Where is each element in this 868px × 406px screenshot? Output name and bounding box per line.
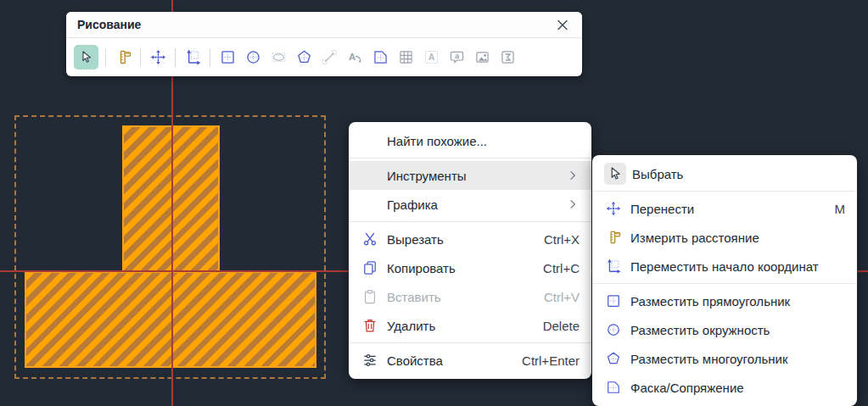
menu-item-find-similar[interactable]: Найти похожие... (349, 126, 591, 155)
toolbar-separator (140, 48, 141, 67)
submenu-item-move-origin[interactable]: Переместить начало координат (592, 252, 857, 281)
context-menu: Найти похожие... Инструменты Графика Выр… (349, 122, 591, 379)
menu-separator (592, 283, 857, 284)
tool-annotation-button (446, 47, 467, 68)
menu-item-label: Копировать (387, 261, 528, 275)
menu-item-shortcut: Delete (543, 319, 580, 333)
menu-item-label: Вырезать (387, 232, 529, 247)
chevron-right-icon (566, 169, 580, 182)
menu-item-copy[interactable]: Копировать Ctrl+C (349, 253, 591, 282)
toolbar-separator (210, 48, 210, 67)
axes-icon (604, 257, 623, 275)
menu-item-shortcut: Ctrl+C (543, 261, 580, 275)
menu-separator (349, 221, 591, 222)
menu-item-label: Фаска/Сопряжение (630, 381, 845, 395)
menu-item-shortcut: Ctrl+X (544, 232, 580, 247)
tool-rotate-text-button (344, 47, 365, 68)
menu-item-label: Найти похожие... (387, 134, 580, 148)
menu-item-label: Переместить начало координат (630, 259, 845, 274)
menu-item-label: Выбрать (632, 167, 845, 181)
menu-separator (592, 191, 857, 192)
tool-formula-button (497, 47, 518, 68)
menu-item-shortcut: Ctrl+V (544, 290, 580, 304)
polygon-icon (604, 349, 623, 368)
toolbar-separator (105, 48, 106, 67)
clipboard-icon (361, 287, 379, 306)
toolbar-titlebar[interactable]: Рисование (66, 12, 582, 38)
toolbar-separator (175, 48, 176, 67)
move-icon (604, 199, 623, 218)
submenu-item-measure-distance[interactable]: Измерить расстояние (592, 223, 857, 252)
tool-text-frame-button (421, 47, 441, 68)
menu-item-label: Вставить (387, 290, 529, 304)
menu-item-label: Графика (387, 197, 566, 212)
menu-item-properties[interactable]: Свойства Ctrl+Enter (349, 346, 591, 375)
copy-icon (361, 259, 379, 277)
trash-icon (361, 316, 379, 335)
tool-place-line-button (319, 47, 339, 68)
menu-item-label: Свойства (387, 353, 507, 368)
menu-item-label: Удалить (387, 319, 528, 333)
chevron-right-icon (566, 197, 580, 211)
tool-measure-distance-button[interactable] (113, 47, 133, 68)
ruler-icon (604, 228, 623, 247)
chamfer-icon (604, 378, 623, 397)
sliders-icon (361, 351, 379, 370)
circle-icon (604, 320, 623, 339)
menu-item-shortcut: M (835, 202, 846, 216)
tool-table-button (395, 47, 416, 68)
hatched-shape-base[interactable] (25, 271, 316, 368)
drawing-toolbar: Рисование (66, 12, 582, 76)
submenu-item-chamfer-fillet[interactable]: Фаска/Сопряжение (592, 373, 857, 402)
menu-item-label: Разместить окружность (630, 323, 845, 337)
menu-item-label: Измерить расстояние (630, 231, 845, 245)
tool-place-polygon-button[interactable] (294, 47, 314, 68)
menu-item-paste: Вставить Ctrl+V (349, 282, 591, 311)
tool-image-button (472, 47, 492, 68)
menu-separator (349, 158, 591, 159)
rectangle-icon (604, 292, 623, 310)
submenu-item-place-circle[interactable]: Разместить окружность (592, 315, 857, 344)
menu-item-shortcut: Ctrl+Enter (522, 353, 580, 368)
submenu-item-move[interactable]: Перенести M (592, 194, 857, 223)
menu-item-tools[interactable]: Инструменты (349, 161, 591, 190)
close-icon[interactable] (554, 16, 571, 33)
menu-separator (349, 342, 591, 343)
toolbar-icon-row (66, 38, 582, 76)
cad-canvas[interactable]: Рисование (0, 0, 868, 406)
tool-move-button[interactable] (148, 47, 168, 68)
tool-place-circle-button[interactable] (243, 47, 263, 68)
submenu-item-place-polygon[interactable]: Разместить многоугольник (592, 344, 857, 373)
tool-select-button[interactable] (74, 45, 98, 70)
menu-item-graphics[interactable]: Графика (349, 190, 591, 219)
menu-item-label: Разместить многоугольник (630, 352, 845, 366)
submenu-item-place-rectangle[interactable]: Разместить прямоугольник (592, 286, 857, 315)
icon-spacer (361, 195, 379, 214)
tool-chamfer-button[interactable] (370, 47, 390, 68)
menu-item-label: Инструменты (387, 169, 566, 183)
menu-item-delete[interactable]: Удалить Delete (349, 311, 591, 340)
scissors-icon (361, 230, 379, 248)
icon-spacer (361, 166, 379, 185)
menu-item-cut[interactable]: Вырезать Ctrl+X (349, 225, 591, 253)
icon-spacer (361, 131, 379, 150)
tool-place-rectangle-button[interactable] (217, 47, 238, 68)
tool-move-origin-button[interactable] (182, 47, 203, 68)
submenu-item-select[interactable]: Выбрать (592, 159, 857, 188)
toolbar-title: Рисование (77, 18, 141, 31)
menu-item-label: Перенести (630, 202, 820, 216)
tools-submenu: Выбрать Перенести M Измерить расстояние … (592, 155, 857, 406)
tool-place-ellipse-button (268, 47, 288, 68)
cursor-icon (604, 163, 626, 185)
menu-item-label: Разместить прямоугольник (630, 294, 845, 309)
